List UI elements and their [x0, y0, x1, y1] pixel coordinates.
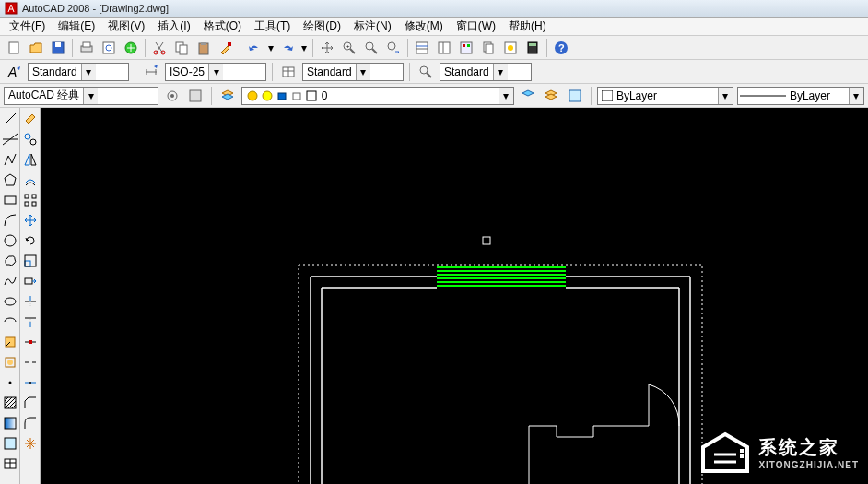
- mirror-icon[interactable]: [21, 150, 40, 169]
- undo-dropdown[interactable]: ▾: [266, 41, 276, 54]
- redo-dropdown[interactable]: ▾: [299, 41, 309, 54]
- layer-states-icon[interactable]: [541, 86, 561, 106]
- copy-icon[interactable]: [171, 38, 192, 58]
- dim-style-icon[interactable]: [141, 62, 161, 82]
- design-center-icon[interactable]: [434, 38, 454, 58]
- fillet-icon[interactable]: [21, 414, 40, 432]
- menu-modify[interactable]: 修改(M): [399, 17, 449, 36]
- pan-icon[interactable]: [317, 38, 337, 58]
- layer-manager-icon[interactable]: [217, 86, 238, 106]
- markup-icon[interactable]: [500, 38, 521, 58]
- spline-icon[interactable]: [1, 272, 19, 290]
- paste-icon[interactable]: [194, 38, 214, 58]
- svg-rect-108: [483, 237, 490, 244]
- help-icon[interactable]: ?: [551, 38, 571, 58]
- menu-format[interactable]: 格式(O): [198, 17, 247, 36]
- svg-point-21: [388, 42, 395, 50]
- erase-icon[interactable]: [21, 110, 40, 128]
- zoom-window-icon[interactable]: [361, 38, 381, 58]
- drawing-canvas[interactable]: 系统之家 XITONGZHIJIA.NET: [41, 108, 868, 484]
- svg-point-51: [263, 91, 272, 100]
- explode-icon[interactable]: [21, 434, 40, 453]
- new-icon[interactable]: [4, 38, 24, 58]
- break-icon[interactable]: [21, 353, 40, 372]
- move-icon[interactable]: [21, 211, 40, 230]
- zoom-previous-icon[interactable]: [383, 38, 404, 58]
- save-icon[interactable]: [48, 38, 68, 58]
- plot-icon[interactable]: [76, 38, 97, 58]
- stretch-icon[interactable]: [21, 272, 40, 290]
- polygon-icon[interactable]: [1, 171, 19, 189]
- rectangle-icon[interactable]: [1, 191, 19, 209]
- menu-draw[interactable]: 绘图(D): [298, 17, 346, 36]
- color-combo[interactable]: ByLayer▾: [597, 87, 733, 105]
- tool-palettes-icon[interactable]: [456, 38, 476, 58]
- table-style-icon[interactable]: [278, 62, 299, 82]
- text-style-icon[interactable]: A: [4, 62, 24, 82]
- quickcalc-icon[interactable]: [522, 38, 543, 58]
- mleader-style-icon[interactable]: [416, 62, 436, 82]
- arc-icon[interactable]: [1, 211, 19, 230]
- zoom-realtime-icon[interactable]: +: [339, 38, 359, 58]
- polyline-icon[interactable]: [1, 150, 19, 169]
- extend-icon[interactable]: [21, 313, 40, 331]
- xline-icon[interactable]: [1, 130, 19, 148]
- workspace-settings-icon[interactable]: [162, 86, 182, 106]
- trim-icon[interactable]: [21, 292, 40, 311]
- linetype-combo[interactable]: ByLayer▾: [737, 87, 864, 105]
- scale-icon[interactable]: [21, 252, 40, 270]
- menu-dimension[interactable]: 标注(N): [348, 17, 397, 36]
- open-icon[interactable]: [26, 38, 46, 58]
- point-icon[interactable]: [1, 373, 19, 392]
- menu-help[interactable]: 帮助(H): [503, 17, 552, 36]
- insert-block-icon[interactable]: [1, 333, 19, 351]
- menu-file[interactable]: 文件(F): [4, 17, 51, 36]
- svg-line-72: [8, 401, 16, 408]
- line-icon[interactable]: [1, 110, 19, 128]
- layer-previous-icon[interactable]: [518, 86, 538, 106]
- table-icon[interactable]: [1, 454, 19, 473]
- sheet-set-icon[interactable]: [478, 38, 499, 58]
- rotate-icon[interactable]: [21, 231, 40, 250]
- dim-style-combo[interactable]: ISO-25▾: [165, 63, 266, 81]
- layer-combo[interactable]: 0 ▾: [241, 87, 514, 105]
- circle-icon[interactable]: [1, 231, 19, 250]
- properties-icon[interactable]: [412, 38, 432, 58]
- undo-icon[interactable]: [244, 38, 264, 58]
- redo-icon[interactable]: [277, 38, 298, 58]
- menu-window[interactable]: 窗口(W): [451, 17, 501, 36]
- text-style-combo[interactable]: Standard▾: [28, 63, 129, 81]
- cut-icon[interactable]: [149, 38, 170, 58]
- copy-obj-icon[interactable]: [21, 130, 40, 148]
- revcloud-icon[interactable]: [1, 252, 19, 270]
- svg-rect-52: [278, 93, 286, 100]
- svg-rect-112: [745, 449, 749, 453]
- layer-iso-icon[interactable]: [565, 86, 585, 106]
- publish-icon[interactable]: [121, 38, 141, 58]
- workspace-save-icon[interactable]: [185, 86, 205, 106]
- mleader-style-combo[interactable]: Standard▾: [440, 63, 532, 81]
- gradient-icon[interactable]: [1, 414, 19, 432]
- ellipse-arc-icon[interactable]: [1, 313, 19, 331]
- menu-tools[interactable]: 工具(T): [249, 17, 296, 36]
- plot-preview-icon[interactable]: [99, 38, 119, 58]
- match-props-icon[interactable]: [216, 38, 236, 58]
- hatch-icon[interactable]: [1, 394, 19, 412]
- workspace-combo[interactable]: AutoCAD 经典▾: [4, 87, 158, 105]
- svg-rect-31: [486, 44, 493, 53]
- table-style-combo[interactable]: Standard▾: [302, 63, 404, 81]
- offset-icon[interactable]: [21, 171, 40, 189]
- svg-rect-75: [5, 438, 16, 449]
- svg-rect-107: [437, 285, 566, 287]
- svg-point-63: [5, 298, 16, 305]
- join-icon[interactable]: [21, 373, 40, 392]
- menu-insert[interactable]: 插入(I): [152, 17, 195, 36]
- region-icon[interactable]: [1, 434, 19, 453]
- break-point-icon[interactable]: [21, 333, 40, 351]
- menu-edit[interactable]: 编辑(E): [53, 17, 100, 36]
- array-icon[interactable]: [21, 191, 40, 209]
- chamfer-icon[interactable]: [21, 394, 40, 412]
- make-block-icon[interactable]: [1, 353, 19, 372]
- menu-view[interactable]: 视图(V): [102, 17, 150, 36]
- ellipse-icon[interactable]: [1, 292, 19, 311]
